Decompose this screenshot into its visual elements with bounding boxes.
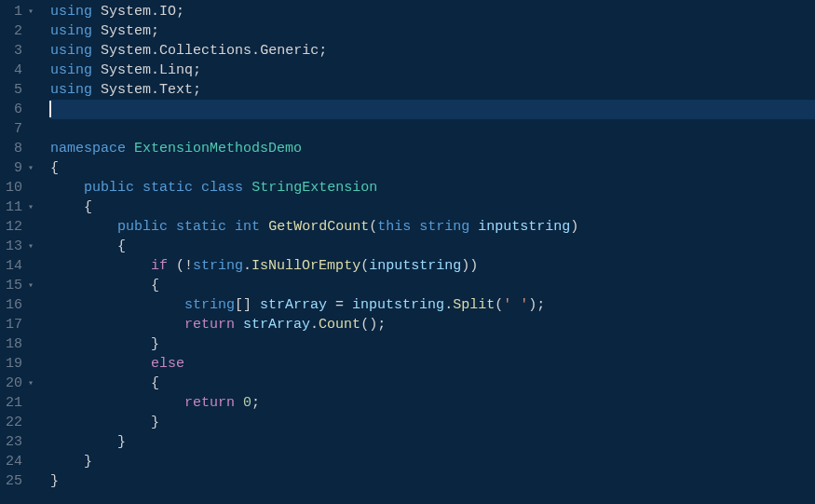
line-number: 24 bbox=[6, 452, 35, 471]
token-punct: ; bbox=[151, 23, 159, 39]
token-punct bbox=[50, 434, 117, 450]
code-line[interactable]: { bbox=[50, 276, 815, 295]
token-punct: { bbox=[84, 199, 92, 215]
line-number: 12 bbox=[6, 217, 35, 237]
code-line[interactable]: using System.Text; bbox=[50, 80, 815, 100]
token-punct: . bbox=[151, 82, 159, 98]
token-punct: = bbox=[327, 297, 352, 313]
token-keyword: using bbox=[50, 43, 92, 59]
token-punct bbox=[50, 454, 84, 470]
line-number-text: 8 bbox=[14, 139, 22, 158]
token-punct: ; bbox=[193, 62, 201, 78]
line-number-text: 17 bbox=[6, 315, 22, 334]
fold-icon[interactable]: ▾ bbox=[26, 198, 35, 217]
token-keyword: string bbox=[193, 258, 243, 274]
token-ident: Collections bbox=[159, 43, 251, 59]
token-method: IsNullOrEmpty bbox=[251, 258, 360, 274]
code-line[interactable]: string[] strArray = inputstring.Split(' … bbox=[50, 295, 815, 315]
line-number-text: 7 bbox=[14, 119, 22, 139]
token-punct bbox=[50, 356, 151, 372]
token-punct bbox=[235, 395, 243, 411]
token-punct bbox=[92, 43, 101, 59]
code-line[interactable]: } bbox=[50, 471, 815, 491]
token-string: ' ' bbox=[503, 297, 528, 313]
code-line[interactable]: } bbox=[50, 413, 815, 432]
code-line[interactable] bbox=[50, 119, 815, 139]
token-punct bbox=[260, 219, 268, 235]
code-line[interactable]: else bbox=[50, 354, 815, 374]
token-punct: ( bbox=[369, 219, 377, 235]
line-number: 21 bbox=[6, 393, 35, 413]
token-punct: ( bbox=[360, 258, 369, 274]
token-punct bbox=[50, 297, 184, 313]
line-number: 2 bbox=[6, 21, 35, 41]
code-line[interactable]: { bbox=[50, 158, 815, 178]
token-param: inputstring bbox=[352, 297, 444, 313]
line-number-text: 6 bbox=[14, 100, 22, 119]
token-keyword: string bbox=[184, 297, 235, 313]
token-punct bbox=[134, 180, 143, 196]
text-cursor bbox=[49, 101, 51, 117]
line-number-text: 4 bbox=[14, 61, 22, 80]
fold-icon[interactable]: ▾ bbox=[26, 276, 35, 295]
code-line[interactable]: return strArray.Count(); bbox=[50, 315, 815, 334]
line-number: 16 bbox=[6, 295, 35, 315]
token-punct: (! bbox=[168, 258, 193, 274]
token-punct: (); bbox=[360, 317, 386, 333]
code-line[interactable]: namespace ExtensionMethodsDemo bbox=[50, 139, 815, 158]
token-ident: System bbox=[101, 82, 151, 98]
line-number-text: 2 bbox=[14, 21, 22, 41]
fold-icon[interactable]: ▾ bbox=[26, 2, 35, 21]
code-line[interactable]: using System; bbox=[50, 21, 815, 41]
code-line[interactable]: } bbox=[50, 334, 815, 354]
token-punct: { bbox=[117, 238, 126, 254]
line-number-text: 18 bbox=[6, 334, 22, 354]
token-ident: Generic bbox=[260, 43, 319, 59]
code-line[interactable]: return 0; bbox=[50, 393, 815, 413]
token-punct: . bbox=[310, 317, 319, 333]
token-punct bbox=[243, 180, 251, 196]
code-line[interactable]: public static class StringExtension bbox=[50, 178, 815, 198]
code-line[interactable]: } bbox=[50, 432, 815, 452]
token-ident: Linq bbox=[159, 62, 193, 78]
token-ident: System bbox=[101, 4, 151, 20]
line-number-text: 19 bbox=[6, 354, 22, 374]
token-punct: ; bbox=[251, 395, 260, 411]
token-punct: } bbox=[151, 415, 159, 430]
code-line[interactable] bbox=[50, 100, 815, 119]
token-keyword: using bbox=[50, 62, 92, 78]
code-line[interactable]: using System.IO; bbox=[50, 2, 815, 21]
code-editor[interactable]: 1▾23456789▾1011▾1213▾1415▾1617181920▾212… bbox=[0, 0, 815, 504]
token-punct: { bbox=[151, 375, 159, 391]
fold-icon[interactable]: ▾ bbox=[26, 374, 35, 393]
token-punct bbox=[50, 395, 184, 411]
token-param: strArray bbox=[260, 297, 327, 313]
line-number: 9▾ bbox=[6, 158, 35, 178]
token-punct bbox=[50, 415, 151, 430]
token-keyword: using bbox=[50, 23, 92, 39]
token-punct bbox=[50, 375, 151, 391]
token-punct: . bbox=[243, 258, 251, 274]
line-number: 20▾ bbox=[6, 374, 35, 393]
code-line[interactable]: using System.Linq; bbox=[50, 61, 815, 80]
code-line[interactable]: { bbox=[50, 374, 815, 393]
token-punct: ( bbox=[495, 297, 503, 313]
code-line[interactable]: { bbox=[50, 237, 815, 256]
fold-icon[interactable]: ▾ bbox=[26, 158, 35, 178]
token-punct bbox=[50, 238, 117, 254]
code-line[interactable]: using System.Collections.Generic; bbox=[50, 41, 815, 61]
code-line[interactable]: { bbox=[50, 198, 815, 217]
fold-icon[interactable]: ▾ bbox=[26, 237, 35, 256]
line-number-text: 15 bbox=[6, 276, 22, 295]
code-area[interactable]: using System.IO;using System;using Syste… bbox=[43, 0, 815, 504]
code-line[interactable]: } bbox=[50, 452, 815, 471]
token-punct: } bbox=[50, 473, 59, 489]
code-line[interactable]: public static int GetWordCount(this stri… bbox=[50, 217, 815, 237]
code-line[interactable]: if (!string.IsNullOrEmpty(inputstring)) bbox=[50, 256, 815, 276]
token-punct bbox=[50, 180, 84, 196]
token-punct bbox=[92, 4, 101, 20]
token-punct bbox=[50, 258, 151, 274]
token-method: Split bbox=[453, 297, 495, 313]
token-param: inputstring bbox=[369, 258, 461, 274]
token-punct: . bbox=[444, 297, 453, 313]
